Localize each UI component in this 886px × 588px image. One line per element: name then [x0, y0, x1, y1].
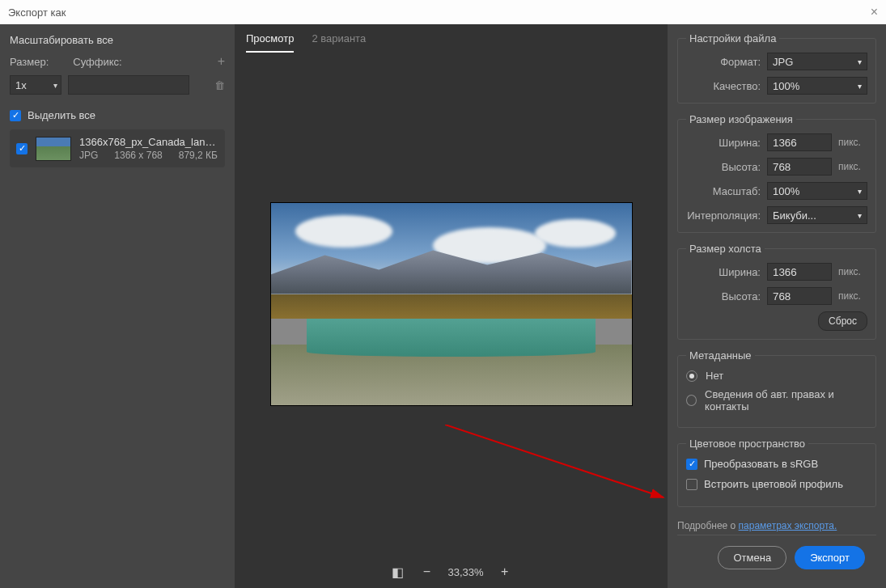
zoom-out-icon[interactable]: −: [418, 564, 435, 580]
file-settings-group: Настройки файла Формат: JPG▾ Качество: 1…: [677, 32, 876, 104]
left-panel: Масштабировать все Размер: Суффикс: + 1x…: [0, 24, 235, 588]
trash-icon[interactable]: 🗑: [214, 79, 225, 91]
embed-profile-checkbox[interactable]: [686, 479, 697, 490]
size-value: 1x: [15, 79, 27, 91]
metadata-legend: Метаданные: [686, 349, 755, 362]
canvas-height-input[interactable]: [767, 287, 832, 305]
size-label: Размер:: [10, 56, 49, 68]
select-all-checkbox[interactable]: ✓: [10, 110, 21, 121]
cancel-button[interactable]: Отмена: [718, 546, 786, 569]
asset-checkbox[interactable]: ✓: [16, 143, 28, 154]
chevron-down-icon: ▾: [858, 211, 862, 220]
reset-button[interactable]: Сброс: [818, 311, 867, 331]
tab-2up[interactable]: 2 варианта: [312, 32, 366, 53]
convert-srgb-label: Преобразовать в sRGB: [704, 458, 818, 470]
metadata-group: Метаданные Нет Сведения об авт. правах и…: [677, 349, 876, 428]
color-space-legend: Цветовое пространство: [686, 438, 808, 450]
color-space-group: Цветовое пространство ✓ Преобразовать в …: [677, 438, 876, 507]
close-icon[interactable]: ×: [871, 5, 878, 19]
tab-preview[interactable]: Просмотр: [246, 32, 294, 53]
window-title: Экспорт как: [8, 6, 66, 19]
width-input[interactable]: [767, 133, 832, 151]
chevron-down-icon: ▾: [858, 82, 862, 91]
resample-label: Интерполяция:: [686, 209, 761, 222]
chevron-down-icon: ▾: [858, 187, 862, 196]
resample-select[interactable]: Бикуби...▾: [767, 206, 867, 224]
metadata-none-radio[interactable]: [686, 370, 697, 382]
annotation-arrow: [445, 425, 672, 506]
convert-srgb-checkbox[interactable]: ✓: [686, 459, 697, 470]
titlebar: Экспорт как ×: [0, 0, 886, 24]
size-select[interactable]: 1x ▾: [10, 75, 61, 95]
suffix-label: Суффикс:: [73, 56, 121, 68]
canvas-size-legend: Размер холста: [686, 243, 765, 255]
scale-label: Масштаб:: [686, 185, 761, 197]
image-size-group: Размер изображения Ширина: пикс. Высота:…: [677, 113, 876, 233]
chevron-down-icon: ▾: [53, 81, 57, 90]
export-params-link[interactable]: параметрах экспорта.: [739, 520, 837, 531]
more-about-label: Подробнее о: [677, 520, 736, 531]
asset-row[interactable]: ✓ 1366x768_px_Canada_landscap... JPG 136…: [10, 129, 225, 167]
zoom-level: 33,33%: [447, 566, 483, 578]
asset-dims: 1366 x 768: [114, 150, 162, 161]
scale-select[interactable]: 100%▾: [767, 182, 867, 200]
zoom-in-icon[interactable]: +: [497, 564, 513, 580]
footer: Отмена Экспорт: [677, 535, 876, 580]
format-label: Формат:: [686, 56, 761, 68]
preview-panel: Просмотр 2 варианта ◧ −: [235, 24, 668, 588]
width-label: Ширина:: [686, 137, 761, 149]
file-settings-legend: Настройки файла: [686, 32, 779, 44]
asset-name: 1366x768_px_Canada_landscap...: [79, 136, 218, 148]
export-button[interactable]: Экспорт: [795, 546, 865, 569]
select-all-label: Выделить все: [28, 109, 95, 121]
quality-select[interactable]: 100%▾: [767, 77, 867, 95]
suffix-input[interactable]: [68, 75, 189, 95]
asset-thumbnail: [36, 137, 71, 161]
quality-label: Качество:: [686, 80, 761, 92]
metadata-copyright-label: Сведения об авт. правах и контакты: [705, 388, 867, 412]
canvas-size-group: Размер холста Ширина: пикс. Высота: пикс…: [677, 243, 876, 340]
scale-all-label: Масштабировать все: [10, 34, 225, 46]
canvas-width-input[interactable]: [767, 263, 832, 281]
asset-format: JPG: [79, 150, 98, 161]
settings-panel: Настройки файла Формат: JPG▾ Качество: 1…: [668, 24, 886, 588]
preview-image: [270, 202, 633, 406]
embed-profile-label: Встроить цветовой профиль: [704, 478, 843, 490]
image-size-legend: Размер изображения: [686, 113, 796, 125]
height-label: Высота:: [686, 161, 761, 173]
metadata-none-label: Нет: [706, 370, 723, 382]
svg-line-0: [445, 425, 663, 497]
add-scale-icon[interactable]: +: [218, 54, 225, 69]
chevron-down-icon: ▾: [858, 57, 862, 66]
asset-filesize: 879,2 КБ: [179, 150, 218, 161]
preview-area[interactable]: [235, 53, 668, 556]
metadata-copyright-radio[interactable]: [686, 395, 697, 406]
format-select[interactable]: JPG▾: [767, 53, 867, 70]
height-input[interactable]: [767, 158, 832, 176]
fit-icon[interactable]: ◧: [389, 564, 405, 580]
